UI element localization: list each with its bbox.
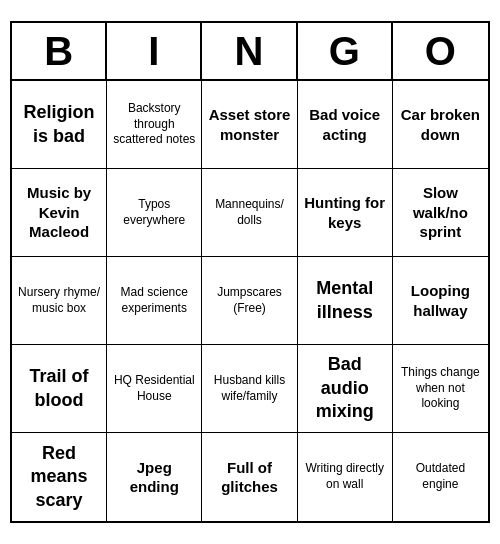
bingo-cell-13: Mental illness: [298, 257, 393, 345]
header-letter-I: I: [107, 23, 202, 79]
bingo-cell-15: Trail of blood: [12, 345, 107, 433]
bingo-cell-1: Backstory through scattered notes: [107, 81, 202, 169]
bingo-header: BINGO: [12, 23, 488, 81]
bingo-cell-8: Hunting for keys: [298, 169, 393, 257]
bingo-cell-20: Red means scary: [12, 433, 107, 521]
bingo-cell-0: Religion is bad: [12, 81, 107, 169]
bingo-card: BINGO Religion is badBackstory through s…: [10, 21, 490, 523]
header-letter-G: G: [298, 23, 393, 79]
bingo-cell-14: Looping hallway: [393, 257, 488, 345]
bingo-cell-19: Things change when not looking: [393, 345, 488, 433]
bingo-cell-4: Car broken down: [393, 81, 488, 169]
bingo-cell-23: Writing directly on wall: [298, 433, 393, 521]
header-letter-B: B: [12, 23, 107, 79]
bingo-cell-5: Music by Kevin Macleod: [12, 169, 107, 257]
header-letter-O: O: [393, 23, 488, 79]
bingo-cell-6: Typos everywhere: [107, 169, 202, 257]
bingo-cell-21: Jpeg ending: [107, 433, 202, 521]
bingo-cell-18: Bad audio mixing: [298, 345, 393, 433]
bingo-cell-10: Nursery rhyme/ music box: [12, 257, 107, 345]
bingo-cell-17: Husband kills wife/family: [202, 345, 297, 433]
bingo-cell-16: HQ Residential House: [107, 345, 202, 433]
bingo-cell-7: Mannequins/ dolls: [202, 169, 297, 257]
bingo-grid: Religion is badBackstory through scatter…: [12, 81, 488, 521]
bingo-cell-12: Jumpscares (Free): [202, 257, 297, 345]
bingo-cell-3: Bad voice acting: [298, 81, 393, 169]
bingo-cell-24: Outdated engine: [393, 433, 488, 521]
bingo-cell-9: Slow walk/no sprint: [393, 169, 488, 257]
bingo-cell-2: Asset store monster: [202, 81, 297, 169]
bingo-cell-11: Mad science experiments: [107, 257, 202, 345]
bingo-cell-22: Full of glitches: [202, 433, 297, 521]
header-letter-N: N: [202, 23, 297, 79]
